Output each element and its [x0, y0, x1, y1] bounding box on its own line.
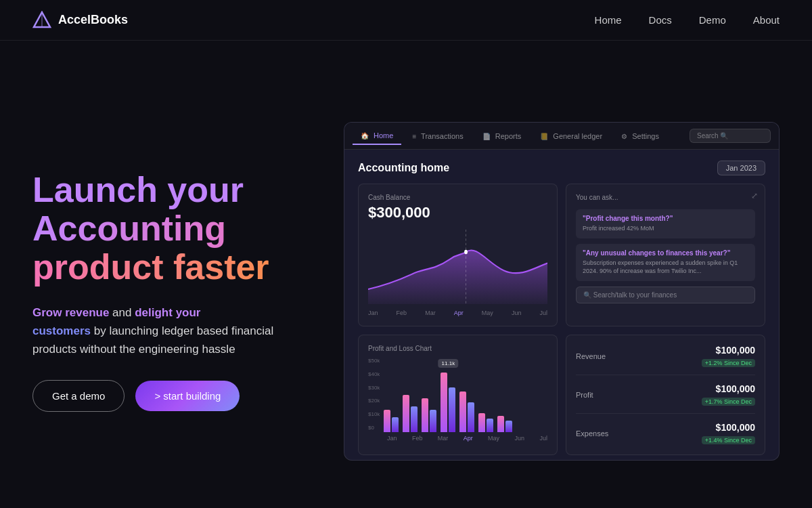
metric-profit-value: $100,000 — [702, 383, 755, 394]
navbar: AccelBooks Home Docs Demo About — [0, 0, 812, 41]
nav-about[interactable]: About — [753, 14, 780, 26]
ai-quote-1: "Profit change this month?" Profit incre… — [576, 209, 755, 238]
bar-group-jul — [497, 416, 512, 432]
metric-revenue-label: Revenue — [576, 352, 606, 360]
hero-right: 🏠 Home ≡ Transactions 📄 Reports 📒 Genera… — [344, 122, 780, 461]
hero-subtext: Grow revenue and delight your customers … — [32, 303, 303, 359]
metric-revenue-value: $100,000 — [702, 345, 755, 356]
metrics-card: Revenue $100,000 +1.2% Since Dec Profit … — [566, 335, 765, 455]
nav-demo[interactable]: Demo — [699, 14, 726, 26]
cash-balance-value: $300,000 — [368, 204, 547, 221]
bar-apr-purple — [449, 387, 455, 432]
metric-expenses-label: Expenses — [576, 429, 608, 438]
bar-jul-pink — [497, 416, 504, 432]
metric-profit-right: $100,000 +1.7% Since Dec — [702, 383, 755, 406]
ai-quote-2-text: "Any unusual changes to finances this ye… — [583, 249, 748, 257]
bar-jul-purple — [505, 421, 512, 432]
bar-jan-pink — [384, 410, 390, 432]
dashboard-content: Accounting home Jan 2023 Cash Balance $3… — [344, 150, 779, 460]
bar-mar-pink — [422, 398, 428, 432]
subtext-delight: delight your — [135, 306, 200, 319]
metric-row-expenses: Expenses $100,000 +1.4% Since Dec — [576, 422, 755, 445]
bar-apr-pink — [441, 373, 447, 432]
subtext-grow: Grow revenue — [32, 306, 109, 319]
ledger-tab-icon: 📒 — [540, 133, 548, 140]
dashboard-header-row: Accounting home Jan 2023 — [358, 161, 765, 175]
headline-line1: Launch your — [32, 171, 317, 209]
headline-line3: product faster — [32, 248, 317, 287]
tab-reports[interactable]: 📄 Reports — [474, 128, 530, 144]
bar-jun-pink — [478, 413, 485, 432]
home-tab-icon: 🏠 — [361, 132, 369, 140]
ai-search-bar[interactable]: 🔍 Search/talk to your finances — [576, 287, 755, 303]
bar-mar-purple — [430, 410, 436, 432]
cash-balance-card: Cash Balance $300,000 — [358, 184, 558, 326]
metric-profit-label: Profit — [576, 391, 593, 399]
date-filter[interactable]: Jan 2023 — [717, 161, 765, 175]
metric-expenses-badge: +1.4% Since Dec — [702, 436, 755, 444]
bar-feb-pink — [403, 395, 409, 432]
bar-jun-purple — [487, 419, 493, 432]
metric-revenue-badge: +1.2% Since Dec — [702, 359, 755, 367]
nav-home[interactable]: Home — [595, 14, 622, 26]
get-demo-button[interactable]: Get a demo — [32, 380, 125, 412]
tab-general-ledger[interactable]: 📒 General ledger — [532, 128, 610, 144]
cash-balance-label: Cash Balance — [368, 194, 547, 201]
svg-point-3 — [464, 250, 468, 255]
dashboard-page-title: Accounting home — [358, 162, 449, 174]
ai-quote-2: "Any unusual changes to finances this ye… — [576, 244, 755, 281]
mock-tab-bar: 🏠 Home ≡ Transactions 📄 Reports 📒 Genera… — [344, 123, 779, 150]
tab-transactions[interactable]: ≡ Transactions — [404, 128, 471, 144]
dashboard-search-input[interactable]: Search 🔍 — [690, 129, 771, 143]
metric-row-revenue: Revenue $100,000 +1.2% Since Dec — [576, 345, 755, 375]
pnl-x-labels: Jan Feb Mar Apr May Jun Jul — [368, 435, 547, 442]
bar-group-may — [459, 391, 474, 432]
pnl-card: Profit and Loss Chart $50k $40k $30k $20… — [358, 335, 558, 455]
ai-quote-1-sub: Profit increased 42% MoM — [583, 224, 748, 233]
subtext-mid: and — [109, 306, 135, 319]
metric-revenue-right: $100,000 +1.2% Since Dec — [702, 345, 755, 368]
dashboard-cards: Cash Balance $300,000 — [358, 184, 765, 455]
bar-may-purple — [468, 402, 474, 432]
brand-name: AccelBooks — [58, 13, 128, 27]
hero-left: Launch your Accounting product faster Gr… — [32, 171, 317, 412]
bar-tooltip: 11.1k — [438, 359, 459, 368]
bar-jan-purple — [392, 417, 399, 432]
tab-settings[interactable]: ⚙ Settings — [613, 128, 667, 144]
ai-search-placeholder: 🔍 Search/talk to your finances — [583, 291, 677, 299]
ai-prompt-label: You can ask... — [576, 194, 755, 201]
ai-quote-1-text: "Profit change this month?" — [583, 215, 748, 222]
bar-group-feb — [403, 395, 418, 432]
bar-group-jan — [384, 410, 399, 432]
settings-tab-icon: ⚙ — [621, 133, 627, 140]
hero-section: Launch your Accounting product faster Gr… — [0, 41, 812, 508]
bar-group-mar — [422, 398, 436, 432]
subtext-customers: customers — [32, 324, 91, 337]
logo-icon — [32, 11, 51, 30]
nav-docs[interactable]: Docs — [649, 14, 672, 26]
ai-quote-2-sub: Subscription expenses experienced a sudd… — [583, 259, 748, 276]
ai-card: ⤢ You can ask... "Profit change this mon… — [566, 184, 765, 326]
brand: AccelBooks — [32, 11, 128, 30]
metric-expenses-right: $100,000 +1.4% Since Dec — [702, 422, 755, 445]
hero-buttons: Get a demo > start building — [32, 380, 317, 412]
headline-line2: Accounting — [32, 209, 317, 248]
transactions-tab-icon: ≡ — [412, 133, 416, 140]
bar-may-pink — [459, 391, 466, 432]
bar-group-apr: 11.1k — [441, 373, 455, 432]
pnl-label: Profit and Loss Chart — [368, 345, 547, 352]
expand-icon: ⤢ — [751, 191, 758, 200]
dashboard-mock: 🏠 Home ≡ Transactions 📄 Reports 📒 Genera… — [344, 122, 780, 461]
tab-home[interactable]: 🏠 Home — [353, 127, 401, 145]
hero-headline: Launch your Accounting product faster — [32, 171, 317, 287]
reports-tab-icon: 📄 — [482, 133, 491, 140]
metric-profit-badge: +1.7% Since Dec — [702, 398, 755, 406]
metric-row-profit: Profit $100,000 +1.7% Since Dec — [576, 383, 755, 414]
cash-balance-chart — [368, 230, 547, 304]
metric-expenses-value: $100,000 — [702, 422, 755, 433]
bar-group-jun — [478, 413, 493, 432]
bar-feb-purple — [411, 406, 418, 432]
start-building-button[interactable]: > start building — [135, 381, 240, 411]
nav-links: Home Docs Demo About — [595, 14, 780, 26]
cash-chart-x-labels: Jan Feb Mar Apr May Jun Jul — [368, 310, 547, 316]
